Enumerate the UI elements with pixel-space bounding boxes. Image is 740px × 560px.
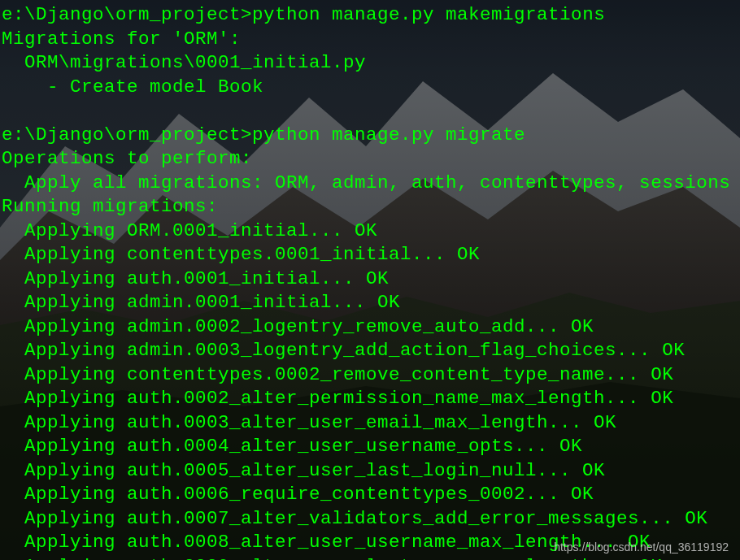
create-model-line: - Create model Book [2, 76, 263, 98]
apply-line: Applying auth.0003_alter_user_email_max_… [2, 412, 616, 433]
apply-line: Applying auth.0001_initial... OK [2, 268, 389, 289]
apply-line: Applying contenttypes.0001_initial... OK [2, 244, 480, 265]
apply-line: Applying auth.0009_alter_user_last_name_… [2, 556, 662, 561]
operations-header: Operations to perform: [2, 148, 252, 169]
running-header: Running migrations: [2, 196, 218, 217]
apply-line: Applying admin.0002_logentry_remove_auto… [2, 316, 594, 337]
apply-line: Applying auth.0007_alter_validators_add_… [2, 508, 707, 529]
apply-line: Applying contenttypes.0002_remove_conten… [2, 364, 673, 385]
apply-line: Applying auth.0005_alter_user_last_login… [2, 460, 605, 481]
apply-line: Applying auth.0004_alter_user_username_o… [2, 436, 582, 457]
prompt-line-1: e:\Django\orm_project>python manage.py m… [2, 4, 605, 25]
apply-line: Applying admin.0001_initial... OK [2, 292, 400, 313]
apply-all-line: Apply all migrations: ORM, admin, auth, … [2, 172, 730, 193]
apply-line: Applying admin.0003_logentry_add_action_… [2, 340, 685, 361]
apply-line: Applying auth.0006_require_contenttypes_… [2, 484, 594, 505]
terminal-output: e:\Django\orm_project>python manage.py m… [0, 0, 740, 560]
apply-line: Applying auth.0002_alter_permission_name… [2, 388, 673, 409]
migration-file-path: ORM\migrations\0001_initial.py [2, 52, 366, 73]
prompt-line-2: e:\Django\orm_project>python manage.py m… [2, 124, 525, 145]
watermark-url: https://blog.csdn.net/qq_36119192 [554, 540, 729, 553]
apply-line: Applying ORM.0001_initial... OK [2, 220, 377, 241]
migrations-header: Migrations for 'ORM': [2, 28, 241, 50]
